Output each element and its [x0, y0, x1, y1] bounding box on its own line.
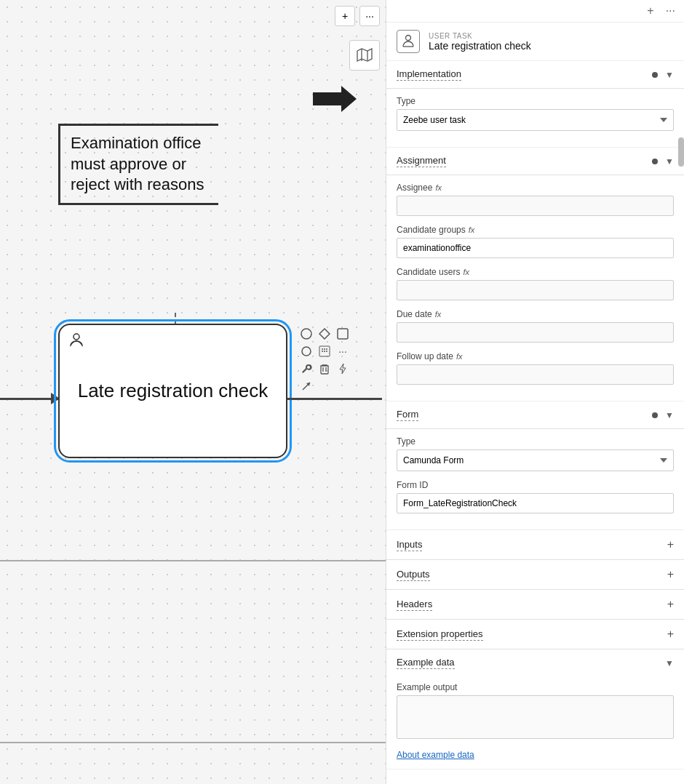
example-data-section: Example data ▼ Example output About exam… [386, 649, 684, 769]
assignment-header-right: ▼ [652, 156, 674, 167]
headers-title: Headers [397, 599, 432, 611]
tool-palette: ··· [298, 326, 351, 394]
implementation-content: Type Zeebe user task [386, 89, 684, 148]
type-label: Type [397, 96, 674, 106]
outputs-plus-btn[interactable]: + [667, 568, 674, 581]
form-type-select[interactable]: Camunda Form [397, 449, 674, 471]
extension-plus-btn[interactable]: + [667, 628, 674, 641]
tool-subprocess[interactable] [317, 343, 333, 359]
scroll-thumb[interactable] [678, 137, 684, 167]
example-header-left: Example data [397, 657, 455, 669]
tool-event[interactable] [298, 326, 314, 342]
example-chevron: ▼ [665, 658, 674, 668]
implementation-title: Implementation [397, 68, 461, 81]
svg-point-10 [324, 348, 325, 350]
svg-point-11 [326, 348, 327, 350]
user-task-box[interactable]: Late registration check [58, 324, 287, 458]
tool-wrench[interactable] [298, 361, 314, 377]
about-example-link[interactable]: About example data [386, 747, 684, 769]
follow-up-date-label: Follow up date fx [397, 351, 674, 361]
section-assignment-header[interactable]: Assignment ▼ [386, 148, 684, 175]
pool-line-top [0, 560, 386, 561]
candidate-groups-field-group: Candidate groups fx [397, 225, 674, 258]
plus-icon[interactable]: + [335, 6, 355, 26]
candidate-users-field-group: Candidate users fx [397, 267, 674, 300]
section-outputs-header[interactable]: Outputs + [386, 560, 684, 590]
svg-point-14 [326, 351, 327, 352]
more-icon[interactable]: ··· [359, 6, 380, 26]
tool-delete[interactable] [317, 361, 333, 377]
candidate-users-input[interactable] [397, 280, 674, 300]
tool-event-append[interactable] [335, 361, 351, 377]
canvas-top-icons: + ··· [335, 6, 380, 26]
entry-arrow [0, 398, 58, 400]
svg-rect-3 [70, 345, 83, 347]
due-date-input[interactable] [397, 322, 674, 343]
form-header-left: Form [397, 409, 418, 421]
follow-up-date-input[interactable] [397, 364, 674, 385]
panel-top-bar: + ··· [386, 0, 684, 23]
tool-connect[interactable] [298, 378, 314, 394]
assignee-input[interactable] [397, 196, 674, 216]
headers-plus-btn[interactable]: + [667, 598, 674, 611]
form-type-label: Type [397, 436, 674, 447]
user-task-icon [68, 332, 84, 353]
pool-line-bottom [0, 742, 386, 743]
minimap-button[interactable] [349, 40, 380, 71]
svg-point-18 [406, 36, 411, 41]
tool-row-1 [298, 326, 351, 342]
type-field-group: Type Zeebe user task [397, 96, 674, 131]
assignment-dot [652, 159, 658, 164]
assignee-label: Assignee fx [397, 183, 674, 193]
svg-point-2 [73, 334, 79, 340]
candidate-users-label: Candidate users fx [397, 267, 674, 277]
svg-point-4 [301, 329, 311, 339]
type-select[interactable]: Zeebe user task [397, 109, 674, 131]
form-title: Form [397, 409, 418, 421]
tool-gateway[interactable] [317, 326, 333, 342]
task-header: USER TASK Late registration check [386, 23, 684, 61]
form-dot [652, 412, 658, 418]
implementation-dot [652, 72, 658, 78]
example-output-textarea[interactable] [397, 695, 674, 739]
form-content: Type Camunda Form Form ID [386, 429, 684, 530]
tool-row-4 [298, 378, 351, 394]
candidate-groups-input[interactable] [397, 238, 674, 258]
annotation-box: Examination office must approve or rejec… [58, 124, 218, 205]
svg-point-12 [322, 351, 323, 352]
svg-point-9 [322, 348, 323, 350]
task-type-label: USER TASK [429, 32, 531, 40]
panel-plus-btn[interactable]: + [644, 3, 656, 19]
section-form-header[interactable]: Form ▼ [386, 401, 684, 429]
tool-small-event[interactable] [298, 343, 314, 359]
due-date-field-group: Due date fx [397, 309, 674, 343]
inputs-title: Inputs [397, 539, 422, 551]
form-id-field-group: Form ID [397, 480, 674, 513]
flow-arrow [313, 86, 357, 112]
section-inputs-header[interactable]: Inputs + [386, 530, 684, 560]
form-id-input[interactable] [397, 493, 674, 513]
tool-row-2: ··· [298, 343, 351, 359]
inputs-plus-btn[interactable]: + [667, 538, 674, 551]
assignee-field-group: Assignee fx [397, 183, 674, 216]
example-output-label: Example output [386, 676, 684, 695]
svg-marker-5 [319, 329, 330, 339]
canvas-area: + ··· Examination office must approve or… [0, 0, 386, 784]
task-header-info: USER TASK Late registration check [429, 32, 531, 52]
section-example-header[interactable]: Example data ▼ [386, 649, 684, 676]
svg-rect-6 [338, 329, 348, 339]
panel-more-btn[interactable]: ··· [663, 3, 678, 19]
tool-task[interactable] [335, 326, 351, 342]
outputs-title: Outputs [397, 569, 430, 581]
tool-more[interactable]: ··· [335, 343, 351, 359]
user-task-label: Late registration check [78, 379, 269, 404]
candidate-groups-label: Candidate groups fx [397, 225, 674, 235]
right-panel: + ··· USER TASK Late registration check … [386, 0, 684, 784]
section-extension-header[interactable]: Extension properties + [386, 620, 684, 649]
assignment-content: Assignee fx Candidate groups fx Candidat… [386, 175, 684, 401]
svg-point-13 [324, 351, 325, 352]
svg-point-7 [302, 347, 311, 356]
form-id-label: Form ID [397, 480, 674, 490]
section-implementation-header[interactable]: Implementation ▼ [386, 61, 684, 89]
section-headers-header[interactable]: Headers + [386, 590, 684, 620]
